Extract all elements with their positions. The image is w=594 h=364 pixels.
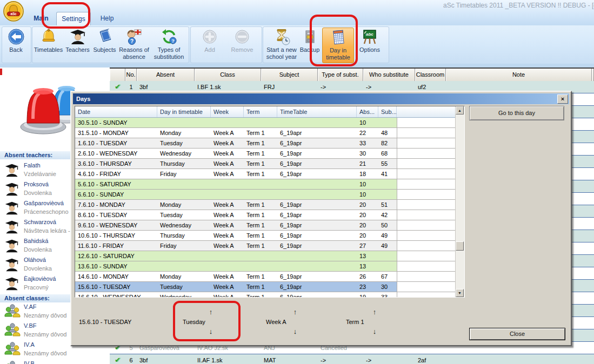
- teachers-button[interactable]: Teachers: [64, 28, 91, 61]
- days-table-row[interactable]: 11.6.10 - FRIDAY Friday Week A Term 1 6_…: [75, 241, 456, 251]
- header-class[interactable]: Class: [195, 69, 261, 81]
- cell-sub-count: 67: [378, 272, 397, 281]
- cell-abs-count: 10: [357, 190, 378, 199]
- days-table-row[interactable]: 2.6.10 - WEDNESDAY Wednesday Week A Term…: [75, 149, 456, 159]
- types-of-substitution-button[interactable]: ? Types ofsubstitution: [151, 28, 187, 61]
- cell-sub-count: [378, 261, 397, 271]
- cell-term: [244, 179, 277, 189]
- cell-day-in-timetable: Friday: [157, 169, 211, 179]
- cell-date: 11.6.10 - FRIDAY: [75, 241, 157, 251]
- teacher-icon: [4, 200, 19, 217]
- timetables-button[interactable]: Timetables: [34, 28, 63, 61]
- cell-week: Week A: [211, 220, 244, 230]
- absent-class-item[interactable]: IV.B: [0, 359, 110, 364]
- days-table-row[interactable]: 30.5.10 - SUNDAY 10: [75, 118, 456, 128]
- days-table-row[interactable]: 10.6.10 - THURSDAY Thursday Week A Term …: [75, 231, 456, 241]
- day-row-zone: 15.6.10 - TUESDAY Tuesday Week A Term 1 …: [75, 282, 397, 292]
- remove-button[interactable]: Remove: [226, 28, 258, 61]
- col-week[interactable]: Week: [211, 106, 244, 117]
- day-row-zone: 13.6.10 - SUNDAY 13: [75, 261, 397, 271]
- days-table-row[interactable]: 9.6.10 - WEDNESDAY Wednesday Week A Term…: [75, 220, 456, 231]
- days-table-row[interactable]: 16.6.10 - WEDNESDAY Wednesday Week A Ter…: [75, 292, 456, 298]
- cell-filler: [397, 179, 456, 189]
- col-day-in-timetable[interactable]: Day in timetable: [157, 106, 211, 117]
- cell-abs-count: 13: [357, 251, 378, 261]
- scroll-thumb[interactable]: [456, 241, 464, 251]
- week-spinner-up-icon[interactable]: ↑: [291, 308, 299, 316]
- cell-day-in-timetable: [157, 261, 211, 271]
- days-table-row[interactable]: 13.6.10 - SUNDAY 13: [75, 261, 456, 272]
- header-type-of-subst[interactable]: Type of subst.: [318, 69, 363, 81]
- scroll-down-icon[interactable]: ▼: [456, 289, 464, 297]
- cell-no: 6: [125, 354, 137, 364]
- day-row-zone: 1.6.10 - TUESDAY Tuesday Week A Term 1 6…: [75, 138, 397, 148]
- days-table-row[interactable]: 4.6.10 - FRIDAY Friday Week A Term 1 6_1…: [75, 169, 456, 179]
- current-day-label: 15.6.10 - TUESDAY: [79, 318, 131, 326]
- header-subject[interactable]: Subject: [261, 69, 318, 81]
- week-spinner-down-icon[interactable]: ↓: [291, 327, 299, 336]
- cell-class: II.AF 1.sk: [195, 354, 261, 364]
- reasons-of-absence-button[interactable]: ? Reasons ofabsence: [118, 28, 150, 61]
- days-scrollbar[interactable]: ▲ ▼: [455, 106, 464, 297]
- start-new-school-year-button[interactable]: Start a newschool year: [264, 28, 299, 61]
- day-row-zone: 16.6.10 - WEDNESDAY Wednesday Week A Ter…: [75, 292, 397, 298]
- cell-filler: [397, 118, 456, 127]
- cell-week: [211, 261, 244, 271]
- cell-timetable: 6_19apr: [277, 272, 357, 281]
- table-row[interactable]: ✔ 6 3bf II.AF 1.sk MAT -> -> 2af: [110, 354, 594, 364]
- term-spinner-down-icon[interactable]: ↓: [370, 327, 379, 336]
- cell-term: Term 1: [244, 138, 277, 148]
- header-no[interactable]: No.: [125, 69, 137, 81]
- day-row-zone: 12.6.10 - SATURDAY 13: [75, 251, 397, 261]
- add-button[interactable]: Add: [196, 28, 224, 61]
- cell-subject: MAT: [261, 354, 318, 364]
- header-who-substitute[interactable]: Who substitute: [363, 69, 415, 81]
- add-icon: [196, 28, 224, 46]
- cell-term: [244, 261, 277, 271]
- days-table-row[interactable]: 7.6.10 - MONDAY Monday Week A Term 1 6_1…: [75, 200, 456, 210]
- cell-sub-count: 50: [378, 220, 397, 230]
- cell-sub-count: 82: [378, 138, 397, 148]
- days-table-row[interactable]: 14.6.10 - MONDAY Monday Week A Term 1 6_…: [75, 272, 456, 282]
- svg-text:abc: abc: [366, 32, 373, 37]
- col-timetable[interactable]: TimeTable: [277, 106, 357, 117]
- days-table-row[interactable]: 5.6.10 - SATURDAY 10: [75, 179, 456, 190]
- cell-date: 5.6.10 - SATURDAY: [75, 179, 157, 189]
- tab-help[interactable]: Help: [97, 13, 117, 24]
- col-sub[interactable]: Sub...: [378, 106, 397, 117]
- header-note[interactable]: Note: [446, 69, 592, 81]
- teacher-icon: [4, 257, 19, 274]
- dialog-close-icon[interactable]: ×: [557, 95, 568, 104]
- days-table-row[interactable]: 15.6.10 - TUESDAY Tuesday Week A Term 1 …: [75, 282, 456, 292]
- teacher-name: Falath: [24, 162, 41, 168]
- days-table-row[interactable]: 1.6.10 - TUESDAY Tuesday Week A Term 1 6…: [75, 138, 456, 149]
- close-button[interactable]: Close: [469, 328, 565, 340]
- days-table-row[interactable]: 31.5.10 - MONDAY Monday Week A Term 1 6_…: [75, 128, 456, 138]
- scroll-up-icon[interactable]: ▲: [456, 106, 464, 114]
- cell-week: Week A: [211, 159, 244, 168]
- term-spinner-up-icon[interactable]: ↑: [370, 308, 379, 316]
- cell-term: [244, 251, 277, 261]
- days-table-row[interactable]: 3.6.10 - THURSDAY Thursday Week A Term 1…: [75, 159, 456, 169]
- cell-abs-count: 30: [357, 149, 378, 158]
- options-button[interactable]: abc Options: [356, 28, 383, 61]
- cell-sub-count: 33: [378, 292, 397, 298]
- header-absent[interactable]: Absent: [137, 69, 195, 81]
- back-button[interactable]: Back: [3, 28, 29, 61]
- days-table-row[interactable]: 6.6.10 - SUNDAY 10: [75, 190, 456, 200]
- cell-timetable: 6_19apr: [277, 149, 357, 158]
- col-term[interactable]: Term: [244, 106, 277, 117]
- app-logo-icon[interactable]: aSc: [2, 1, 25, 23]
- cell-day-in-timetable: Friday: [157, 241, 211, 251]
- col-abs[interactable]: Abs...: [357, 106, 378, 117]
- header-classroom[interactable]: Classroom: [415, 69, 446, 81]
- col-date[interactable]: Date: [75, 106, 157, 117]
- subjects-button[interactable]: Subjects: [91, 28, 118, 61]
- go-to-this-day-button[interactable]: Go to this day: [469, 106, 564, 120]
- cell-week: [211, 251, 244, 261]
- cell-timetable: 6_19apr: [277, 220, 357, 230]
- dialog-title-bar[interactable]: Days: [73, 93, 569, 104]
- days-table-row[interactable]: 8.6.10 - TUESDAY Tuesday Week A Term 1 6…: [75, 210, 456, 220]
- annotation-settings-tab: [42, 2, 90, 29]
- days-table-row[interactable]: 12.6.10 - SATURDAY 13: [75, 251, 456, 261]
